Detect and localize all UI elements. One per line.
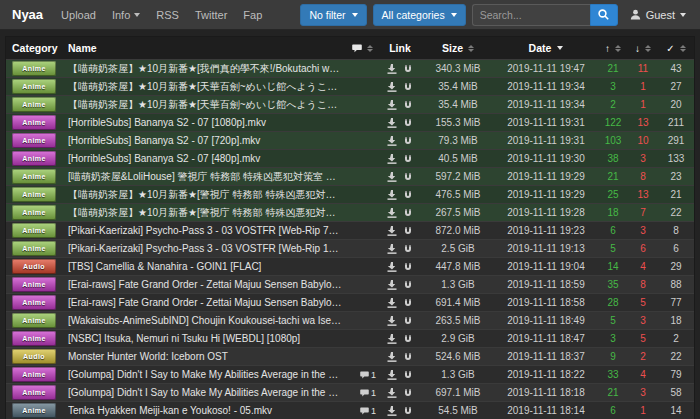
torrent-name-link[interactable]: [Erai-raws] Fate Grand Order - Zettai Ma… [68,279,344,290]
nav-item-info[interactable]: Info [104,9,148,21]
comments-badge[interactable]: 1 [360,388,376,398]
torrent-name-link[interactable]: [Erai-raws] Fate Grand Order - Zettai Ma… [68,297,344,308]
category-icon[interactable]: Audio [12,349,56,364]
download-icon[interactable] [387,370,397,380]
download-icon[interactable] [387,136,397,146]
brand-link[interactable]: Nyaa [12,7,43,22]
download-icon[interactable] [387,298,397,308]
comments-badge[interactable]: 1 [360,406,376,416]
search-button[interactable] [590,4,618,26]
category-icon[interactable]: Anime [12,367,56,382]
torrent-name-link[interactable]: [HorribleSubs] Bananya S2 - 07 [480p].mk… [68,153,344,164]
download-icon[interactable] [387,262,397,272]
category-icon[interactable]: Anime [12,133,56,148]
download-icon[interactable] [387,154,397,164]
download-icon[interactable] [387,388,397,398]
torrent-name-link[interactable]: [Golumpa] Didn't I Say to Make My Abilit… [68,387,344,398]
category-icon[interactable]: Anime [12,295,56,310]
magnet-icon[interactable] [403,64,413,74]
header-leechers[interactable]: ↓ [628,43,658,54]
download-icon[interactable] [387,208,397,218]
header-seeders[interactable]: ↑ [598,43,628,54]
torrent-name-link[interactable]: [Golumpa] Didn't I Say to Make My Abilit… [68,369,344,380]
download-icon[interactable] [387,280,397,290]
filter-dropdown[interactable]: No filter [300,4,366,26]
torrent-name-link[interactable]: [Wakaisubs-AnimeSubIND] Choujin Koukouse… [68,315,344,326]
magnet-icon[interactable] [403,298,413,308]
magnet-icon[interactable] [403,244,413,254]
category-icon[interactable]: Anime [12,187,56,202]
download-icon[interactable] [387,118,397,128]
torrent-name-link[interactable]: [喵萌奶茶屋&LoliHouse] 警視庁 特務部 特殊凶悪犯対策室 第七課 /… [68,170,344,184]
category-icon[interactable]: Anime [12,385,56,400]
torrent-name-link[interactable]: [Pikari-Kaerizaki] Psycho-Pass 3 - 03 VO… [68,243,344,254]
category-icon[interactable]: Anime [12,169,56,184]
download-icon[interactable] [387,244,397,254]
torrent-name-link[interactable]: 【喵萌奶茶屋】★10月新番★[我們真的學不來!/Bokutachi wa Ben… [68,62,344,76]
user-menu[interactable]: Guest [624,9,692,21]
magnet-icon[interactable] [403,352,413,362]
magnet-icon[interactable] [403,388,413,398]
nav-item-rss[interactable]: RSS [148,9,187,21]
header-category[interactable]: Category [6,42,68,54]
torrent-name-link[interactable]: 【喵萌奶茶屋】★10月新番★[天華百劍~めいじ館へようこそ~/Tenka Hya… [68,80,344,94]
download-icon[interactable] [387,82,397,92]
category-icon[interactable]: Anime [12,151,56,166]
torrent-name-link[interactable]: [NSBC] Itsuka, Nemuri ni Tsuku Hi [WEBDL… [68,333,344,344]
header-date[interactable]: Date [494,42,598,54]
magnet-icon[interactable] [403,208,413,218]
category-icon[interactable]: Anime [12,205,56,220]
magnet-icon[interactable] [403,100,413,110]
torrent-name-link[interactable]: 【喵萌奶茶屋】★10月新番★[警視庁 特務部 特殊凶悪犯対策室 第七課/Toku… [68,188,344,202]
category-icon[interactable]: Anime [12,61,56,76]
category-icon[interactable]: Anime [12,241,56,256]
category-icon[interactable]: Anime [12,403,56,418]
nav-item-fap[interactable]: Fap [235,9,270,21]
torrent-name-link[interactable]: 【喵萌奶茶屋】★10月新番★[天華百劍~めいじ館へようこそ~/Tenka Hya… [68,98,344,112]
download-icon[interactable] [387,352,397,362]
torrent-name-link[interactable]: [HorribleSubs] Bananya S2 - 07 [720p].mk… [68,135,344,146]
header-comments[interactable] [348,44,378,53]
magnet-icon[interactable] [403,118,413,128]
magnet-icon[interactable] [403,370,413,380]
torrent-name-link[interactable]: 【喵萌奶茶屋】★10月新番★[警視庁 特務部 特殊凶悪犯対策室 第七課/Toku… [68,206,344,220]
nav-item-twitter[interactable]: Twitter [187,9,235,21]
download-icon[interactable] [387,226,397,236]
category-icon[interactable]: Anime [12,79,56,94]
search-input[interactable] [472,4,590,26]
magnet-icon[interactable] [403,190,413,200]
download-icon[interactable] [387,334,397,344]
header-completed[interactable]: ✓ [658,43,694,54]
category-icon[interactable]: Anime [12,223,56,238]
torrent-name-link[interactable]: Tenka Hyakken Meiji-kan e Youkoso! - 05.… [68,405,344,416]
download-icon[interactable] [387,64,397,74]
download-icon[interactable] [387,172,397,182]
download-icon[interactable] [387,406,397,416]
category-icon[interactable]: Anime [12,331,56,346]
torrent-name-link[interactable]: [TBS] Camellia & Nanahira - GOIN1 [FLAC] [68,261,344,272]
download-icon[interactable] [387,100,397,110]
magnet-icon[interactable] [403,154,413,164]
category-icon[interactable]: Anime [12,277,56,292]
header-name[interactable]: Name [68,42,348,54]
category-icon[interactable]: Anime [12,313,56,328]
magnet-icon[interactable] [403,82,413,92]
magnet-icon[interactable] [403,334,413,344]
nav-item-upload[interactable]: Upload [53,9,104,21]
torrent-name-link[interactable]: Monster Hunter World: Iceborn OST [68,351,344,362]
comments-badge[interactable]: 1 [360,370,376,380]
category-icon[interactable]: Anime [12,115,56,130]
torrent-name-link[interactable]: [HorribleSubs] Bananya S2 - 07 [1080p].m… [68,117,344,128]
magnet-icon[interactable] [403,406,413,416]
category-icon[interactable]: Audio [12,259,56,274]
download-icon[interactable] [387,190,397,200]
header-link[interactable]: Link [378,42,422,54]
category-dropdown[interactable]: All categories [373,4,466,26]
magnet-icon[interactable] [403,262,413,272]
category-icon[interactable]: Anime [12,97,56,112]
header-size[interactable]: Size [422,42,494,54]
magnet-icon[interactable] [403,316,413,326]
magnet-icon[interactable] [403,226,413,236]
magnet-icon[interactable] [403,280,413,290]
magnet-icon[interactable] [403,136,413,146]
